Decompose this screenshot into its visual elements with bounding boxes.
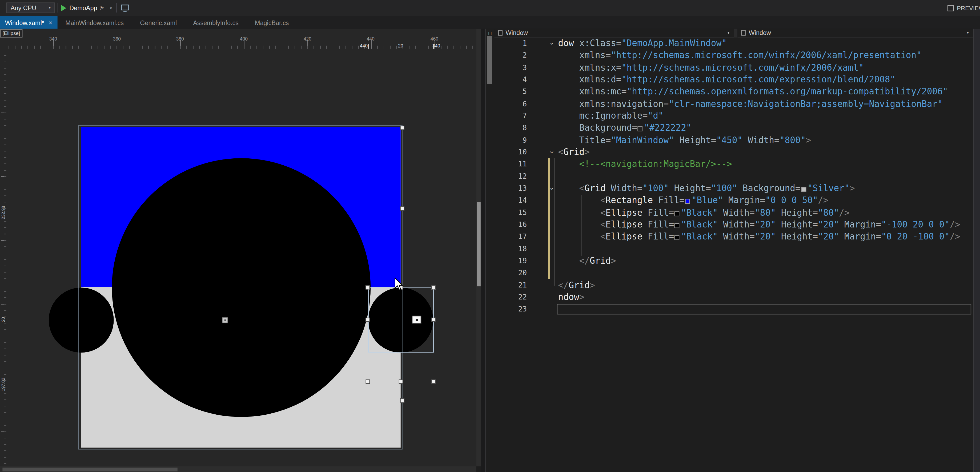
chevron-down-icon[interactable]: ▼ [727,31,730,34]
document-tab[interactable]: Window.xaml*× [0,16,57,29]
selection-ruler-label: 232.98 [1,206,5,219]
selection-handle[interactable] [366,285,370,289]
line-number: 7 [494,110,534,122]
selection-handle[interactable] [399,379,403,383]
line-number: 2 [494,49,534,62]
fold-margin[interactable]: › [534,146,558,158]
line-number: 11 [494,158,534,171]
tab-label: MagicBar.cs [255,19,289,26]
fold-margin[interactable]: › [534,38,558,49]
play-icon [61,5,66,11]
line-number: 19 [494,255,534,267]
fold-margin[interactable]: › [534,182,558,195]
color-swatch[interactable] [685,199,690,204]
selection-handle[interactable] [431,285,436,289]
editor-pane-header-right[interactable]: Window ▼ [737,29,973,38]
code-line[interactable]: 23 [494,303,973,316]
chevron-down-icon[interactable]: ▼ [109,7,113,10]
code-line[interactable]: 12 [494,171,973,182]
code-line[interactable]: 13› <Grid Width="100" Height="100" Backg… [494,182,973,195]
selection-handle[interactable] [431,379,436,383]
edge-handle[interactable] [399,125,404,129]
code-text: </Grid> [558,255,616,267]
code-line[interactable]: 1›dow x:Class="DemoApp.MainWindow" [494,38,973,49]
designer-vertical-scrollbar-thumb[interactable] [477,202,480,286]
selection-handle[interactable] [431,317,436,322]
fold-margin [534,49,558,62]
edge-handle[interactable] [399,206,404,210]
color-swatch[interactable] [675,223,680,228]
code-line[interactable]: 19 </Grid> [494,255,973,267]
pane-splitter[interactable] [481,29,485,472]
code-line[interactable]: 20 [494,267,973,279]
code-line[interactable]: 14 <Rectangle Fill="Blue" Margin="0 0 0 … [494,195,973,207]
selection-rect [368,287,433,352]
color-swatch[interactable] [675,211,680,216]
document-tab[interactable]: Generic.xaml [132,16,185,29]
selection-ruler-label: 440 [360,43,368,49]
code-line[interactable]: 5 xmlns:mc="http://schemas.openxmlformat… [494,86,973,98]
document-tab[interactable]: AssemblyInfo.cs [185,16,247,29]
chevron-down-icon[interactable]: ▼ [966,31,970,34]
code-line[interactable]: 17 <Ellipse Fill="Black" Width="20" Heig… [494,231,973,243]
fold-margin [534,134,558,146]
code-line[interactable]: 16 <Ellipse Fill="Black" Width="20" Heig… [494,218,973,231]
selection-handle[interactable] [366,379,370,383]
line-number: 6 [494,98,534,110]
code-line[interactable]: 18 [494,243,973,255]
line-number: 20 [494,267,534,279]
device-preview-icon[interactable] [121,4,129,13]
collapse-chevron-icon[interactable]: › [546,41,558,46]
xaml-designer[interactable]: 34036038040042044046044020340 232.982019… [0,29,476,472]
collapse-chevron-icon[interactable]: › [546,150,558,155]
selection-ruler-label: 20 [1,317,5,322]
attach-play-outline-icon[interactable]: ▷ [100,4,104,10]
code-line[interactable]: 3 xmlns:x="http://schemas.microsoft.com/… [494,62,973,73]
color-swatch[interactable] [638,126,643,131]
code-line[interactable]: 11 <!--<navigation:MagicBar/>--> [494,158,973,171]
collapse-chevron-icon[interactable]: › [546,187,558,191]
code-text: xmlns:d="http://schemas.microsoft.com/ex… [558,74,896,86]
designer-horizontal-scrollbar-thumb[interactable] [2,467,177,471]
line-number: 14 [494,195,534,207]
color-swatch[interactable] [675,235,680,240]
code-line[interactable]: 7 mc:Ignorable="d" [494,110,973,122]
selection-ruler-label: 197.02 [1,378,5,391]
code-line[interactable]: 2 xmlns="http://schemas.microsoft.com/wi… [494,49,973,62]
editor-pane-header-left[interactable]: Window ▼ [494,29,733,38]
code-line[interactable]: 8 Background="#222222" [494,122,973,134]
code-text: <Ellipse Fill="Black" Width="20" Height=… [558,231,960,243]
empty-line-box [557,304,971,315]
tab-close-icon[interactable]: × [49,19,52,26]
mouse-cursor-icon [394,278,404,292]
fold-margin [534,218,558,231]
document-tab[interactable]: MainWindow.xaml.cs [57,16,132,29]
code-line[interactable]: 22ndow> [494,291,973,303]
margin-adorner[interactable] [412,316,421,324]
window-icon [948,5,954,11]
code-line[interactable]: 9 Title="MainWindow" Height="450" Width=… [494,134,973,146]
document-tab[interactable]: MagicBar.cs [247,16,297,29]
solution-platform-dropdown[interactable]: Any CPU ▼ [6,2,55,13]
edge-handle[interactable] [399,398,404,402]
code-line[interactable]: 6 xmlns:navigation="clr-namespace:Naviga… [494,98,973,110]
run-button[interactable]: DemoApp ▼ [61,2,103,13]
code-lines[interactable]: 1›dow x:Class="DemoApp.MainWindow"2 xmln… [494,38,973,316]
code-text: <Rectangle Fill="Blue" Margin="0 0 0 50"… [558,195,829,207]
editor-scrollbar[interactable] [973,29,980,472]
fold-margin [534,158,558,171]
toolbar-separator [57,3,58,13]
code-line[interactable]: 4 xmlns:d="http://schemas.microsoft.com/… [494,74,973,86]
run-label: DemoApp [69,4,97,11]
toolbar-separator [116,3,117,13]
fold-margin [534,267,558,279]
color-swatch[interactable] [801,187,806,192]
fold-margin [534,98,558,110]
code-line[interactable]: 15 <Ellipse Fill="Black" Width="80" Heig… [494,207,973,218]
code-line[interactable]: 21</Grid> [494,279,973,291]
selection-handle[interactable] [366,317,370,322]
xaml-editor[interactable]: □↕▤↔ Window ▼ Window ▼ + 1›dow x:Class="… [485,29,980,472]
editor-scrollbar-thumb[interactable] [487,36,492,84]
code-line[interactable]: 10›<Grid> [494,146,973,158]
anchor-adorner[interactable] [222,317,228,323]
